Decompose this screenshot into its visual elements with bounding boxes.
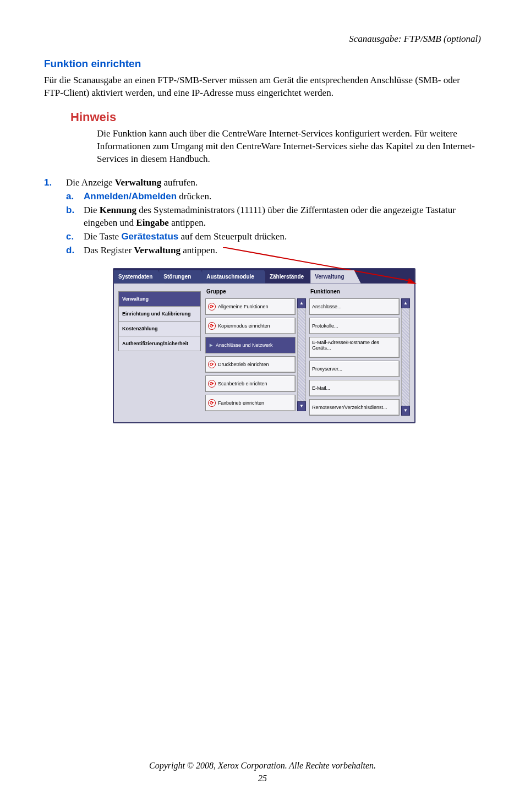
substep-d: d. Das Register Verwaltung antippen. — [66, 244, 481, 257]
substep-a-rest: drücken. — [177, 191, 211, 201]
group-allgemeine-funktionen[interactable]: ⟳Allgemeine Funktionen — [205, 298, 296, 315]
scroll-up-icon[interactable]: ▲ — [401, 298, 410, 308]
keyword-anmelden: Anmelden/Abmelden — [84, 191, 177, 201]
step-intro-bold: Verwaltung — [115, 177, 161, 188]
btn-label: Faxbetrieb einrichten — [218, 400, 264, 406]
btn-label: Anschlüsse... — [312, 303, 342, 310]
btn-label: Kopiermodus einrichten — [218, 323, 270, 329]
device-ui-screenshot: Systemdaten Störungen Austauschmodule Zä… — [113, 268, 415, 424]
note-block: Hinweis Die Funktion kann auch über die … — [70, 109, 481, 166]
side-item-verwaltung[interactable]: Verwaltung — [118, 291, 201, 306]
page-number: 25 — [0, 772, 525, 784]
substep-a: a. Anmelden/Abmelden drücken. — [66, 190, 481, 203]
page-footer: Copyright © 2008, Xerox Corporation. All… — [0, 760, 525, 784]
bullet-icon: ⟳ — [208, 322, 216, 330]
substep-c-post: auf dem Steuerpult drücken. — [178, 231, 287, 242]
btn-label: Remoteserver/Verzeichnisdienst... — [312, 404, 387, 411]
substep-letter: a. — [66, 190, 84, 203]
selected-arrow-icon: ▸ — [208, 342, 214, 348]
bold-verwaltung: Verwaltung — [134, 245, 181, 255]
step-number: 1. — [44, 177, 66, 189]
bullet-icon: ⟳ — [208, 361, 216, 368]
keyword-geraetestatus: Gerätestatus — [121, 231, 178, 242]
copyright-line: Copyright © 2008, Xerox Corporation. All… — [0, 760, 525, 772]
btn-label: Anschlüsse und Netzwerk — [216, 342, 273, 348]
tab-zaehlerstaende[interactable]: Zählerstände — [265, 270, 316, 284]
btn-label: E-Mail... — [312, 385, 330, 391]
step-intro-pre: Die Anzeige — [66, 177, 115, 188]
column-head-gruppe: Gruppe — [205, 286, 306, 299]
tab-label: Austauschmodule — [206, 274, 254, 280]
bullet-icon: ⟳ — [208, 303, 216, 310]
btn-label: E-Mail-Adresse/Hostname des Geräts... — [312, 340, 397, 351]
tab-label: Verwaltung — [315, 274, 344, 280]
side-item-label: Kostenzählung — [122, 326, 158, 331]
side-menu: Verwaltung Einrichtung und Kalibrierung … — [118, 291, 201, 416]
substep-d-post: antippen. — [181, 245, 217, 255]
func-remoteserver[interactable]: Remoteserver/Verzeichnisdienst... — [309, 399, 400, 416]
bold-kennung: Kennung — [100, 205, 136, 215]
side-item-kostenzaehlung[interactable]: Kostenzählung — [118, 321, 201, 336]
substep-b-post: antippen. — [169, 217, 206, 228]
func-email[interactable]: E-Mail... — [309, 380, 400, 396]
tab-stoerungen[interactable]: Störungen — [159, 270, 207, 284]
group-druckbetrieb[interactable]: ⟳Druckbetrieb einrichten — [205, 356, 296, 373]
tab-austauschmodule[interactable]: Austauschmodule — [202, 270, 271, 284]
side-item-einrichtung[interactable]: Einrichtung und Kalibrierung — [118, 306, 201, 321]
func-email-hostname[interactable]: E-Mail-Adresse/Hostname des Geräts... — [309, 337, 400, 358]
note-title: Hinweis — [70, 109, 481, 126]
column-head-funktionen: Funktionen — [309, 286, 410, 299]
intro-paragraph: Für die Scanausgabe an einen FTP-/SMB-Se… — [44, 74, 481, 100]
substep-b: b. Die Kennung des Systemadministrators … — [66, 204, 481, 230]
func-protokolle[interactable]: Protokolle... — [309, 318, 400, 334]
bullet-icon: ⟳ — [208, 399, 216, 407]
btn-label: Druckbetrieb einrichten — [218, 361, 269, 368]
substep-letter: d. — [66, 244, 84, 257]
tab-systemdaten[interactable]: Systemdaten — [114, 270, 165, 284]
group-faxbetrieb[interactable]: ⟳Faxbetrieb einrichten — [205, 395, 296, 411]
side-item-authentifizierung[interactable]: Authentifizierung/Sicherheit — [118, 336, 201, 351]
group-scanbetrieb[interactable]: ⟳Scanbetrieb einrichten — [205, 375, 296, 392]
scrollbar-gruppe[interactable]: ▲ ▼ — [297, 298, 306, 411]
substep-b-pre: Die — [84, 205, 100, 215]
side-item-label: Verwaltung — [122, 296, 149, 302]
scroll-down-icon[interactable]: ▼ — [401, 406, 410, 416]
bullet-icon: ⟳ — [208, 380, 216, 388]
note-body: Die Funktion kann auch über die CentreWa… — [97, 128, 481, 166]
side-item-label: Authentifizierung/Sicherheit — [122, 341, 188, 346]
scrollbar-funktionen[interactable]: ▲ ▼ — [401, 298, 410, 416]
btn-label: Allgemeine Funktionen — [218, 303, 269, 310]
bold-eingabe: Eingabe — [136, 217, 169, 228]
func-anschluesse[interactable]: Anschlüsse... — [309, 298, 400, 315]
step-intro-post: aufrufen. — [161, 177, 198, 188]
side-item-label: Einrichtung und Kalibrierung — [122, 311, 191, 317]
group-kopiermodus[interactable]: ⟳Kopiermodus einrichten — [205, 318, 296, 334]
substep-c-pre: Die Taste — [84, 231, 121, 242]
substep-letter: b. — [66, 204, 84, 217]
section-heading: Funktion einrichten — [44, 57, 481, 71]
scroll-up-icon[interactable]: ▲ — [297, 298, 306, 308]
tab-label: Systemdaten — [118, 274, 152, 280]
btn-label: Scanbetrieb einrichten — [218, 380, 267, 387]
btn-label: Proxyserver... — [312, 366, 342, 372]
running-head: Scanausgabe: FTP/SMB (optional) — [44, 33, 481, 46]
step-1: 1. Die Anzeige Verwaltung aufrufen. a. A… — [44, 177, 481, 258]
scroll-track[interactable] — [297, 308, 306, 401]
substep-d-pre: Das Register — [84, 245, 134, 255]
scroll-track[interactable] — [401, 308, 410, 406]
group-anschluesse-netzwerk[interactable]: ▸Anschlüsse und Netzwerk — [205, 337, 296, 353]
tab-label: Störungen — [163, 274, 191, 280]
substep-letter: c. — [66, 231, 84, 243]
tab-verwaltung[interactable]: Verwaltung — [310, 270, 360, 284]
substep-c: c. Die Taste Gerätestatus auf dem Steuer… — [66, 231, 481, 243]
btn-label: Protokolle... — [312, 323, 338, 329]
func-proxyserver[interactable]: Proxyserver... — [309, 361, 400, 377]
scroll-down-icon[interactable]: ▼ — [297, 401, 306, 411]
tab-label: Zählerstände — [270, 274, 304, 280]
